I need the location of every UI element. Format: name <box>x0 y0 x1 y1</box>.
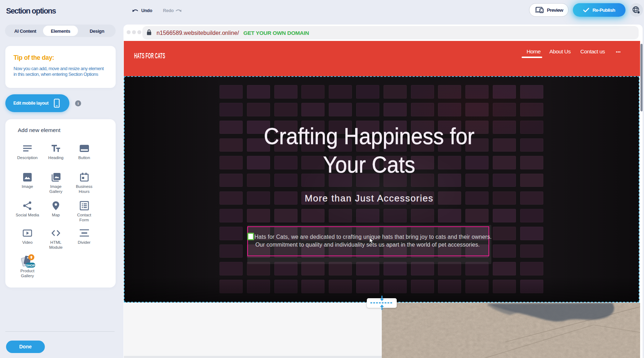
svg-text:SHOP: SHOP <box>26 264 35 267</box>
